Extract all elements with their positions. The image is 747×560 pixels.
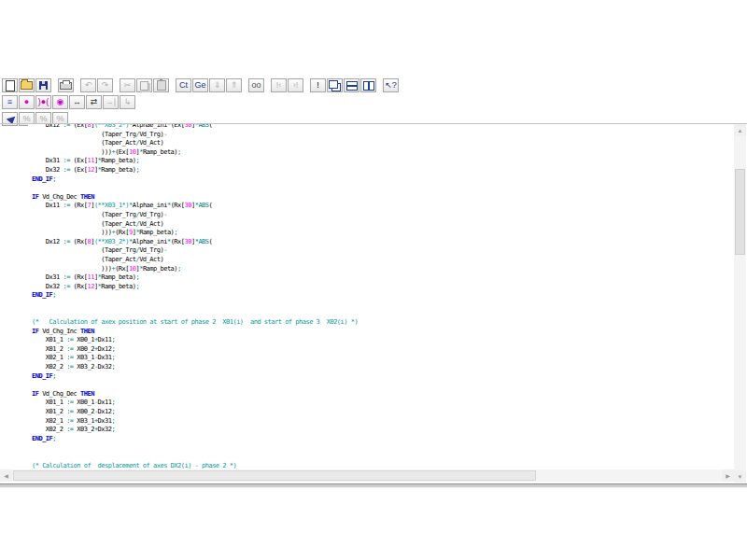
code-line: END_IF;	[32, 435, 733, 444]
split-vertical-button[interactable]	[360, 78, 376, 92]
code-line: X02_2 := X03_2+Dx32;	[32, 426, 733, 435]
copy-pages-icon	[140, 81, 148, 91]
code-line: X02_1 := X03_1+Dx31;	[32, 417, 733, 427]
percent-icon: %	[56, 115, 63, 123]
split-horizontal-button[interactable]	[344, 78, 359, 92]
code-line: X01_1 := X00_1+Dx11;	[32, 336, 733, 345]
code-line: (Taper_Trg/Vd_Trg)-	[32, 246, 733, 256]
vertical-scroll-thumb[interactable]	[735, 169, 745, 255]
pane-bottom-divider	[0, 483, 747, 488]
toolbar-area: ↶↷✂CtGe⇓⇑oo!‹›!!↖? ≡●)●(◉↔⇄→|↳ %%%	[2, 77, 400, 128]
code-line: END_IF;	[32, 372, 733, 382]
code-line: (* Calculation of desplacement of axes D…	[32, 462, 733, 469]
list-lines-icon: ≡	[7, 98, 12, 106]
open-file-button[interactable]	[19, 78, 35, 92]
cut-button: ✂	[120, 78, 135, 92]
undo-arrow-icon: ↶	[85, 81, 92, 90]
code-line: IF Vd_Chg_Inc THEN	[32, 328, 733, 337]
code-line: X01_2 := X00_2+Dx12;	[32, 345, 733, 355]
code-line: (Taper_Act/Vd_Act)	[32, 139, 733, 148]
vertical-scrollbar[interactable]: ▲ ▼	[734, 124, 746, 483]
find-button[interactable]: oo	[248, 78, 264, 92]
code-line: Dx32 := (Ex[12]*Ramp_beta);	[32, 166, 733, 175]
code-line: (* Calculation of axex position at start…	[32, 318, 733, 328]
clipboard-icon	[157, 80, 166, 91]
code-line: Dx12 := (Ex[8](**X03_2*)*Alphae_ini*(Ex[…	[32, 124, 733, 131]
declarations-list-button[interactable]: ≡	[2, 95, 18, 109]
toolbar-row-standard: ↶↷✂CtGe⇓⇑oo!‹›!!↖?	[2, 77, 400, 93]
context-help-button[interactable]: ↖?	[383, 78, 399, 92]
circle-arrows-icon: ◉	[57, 98, 64, 106]
swap-arrows-icon: ⇄	[91, 98, 98, 106]
horizontal-scrollbar[interactable]: ◀ ▶	[0, 469, 734, 482]
scroll-down-arrow-icon[interactable]: ▼	[734, 470, 746, 483]
next-error-icon: ›!	[293, 81, 299, 90]
code-line	[32, 381, 733, 390]
code-line	[32, 453, 733, 462]
corner-arrow-icon: ↳	[124, 98, 132, 106]
compile-icon: Ct	[179, 81, 188, 90]
open-folder-icon	[21, 81, 33, 90]
percent-icon: %	[39, 115, 47, 123]
run-to-point-button[interactable]: )●(	[35, 95, 51, 109]
code-line	[32, 443, 733, 453]
next-error-button: ›!	[288, 78, 303, 92]
scroll-up-arrow-icon[interactable]: ▲	[734, 124, 746, 136]
code-editor[interactable]: Dx12 := (Ex[8](**X03_2*)*Alphae_ini*(Ex[…	[28, 124, 733, 469]
percent-icon: %	[22, 115, 30, 123]
scroll-right-arrow-icon[interactable]: ▶	[722, 469, 734, 482]
scissors-icon: ✂	[124, 81, 132, 90]
undo-button: ↶	[80, 78, 96, 92]
left-right-arrow-icon: ↔	[73, 98, 81, 106]
cascade-windows-icon	[331, 83, 341, 91]
help-pointer-icon: ↖?	[385, 81, 397, 90]
code-line: Dx31 := (Ex[11]*Ramp_beta);	[32, 157, 733, 166]
breakpoint-button[interactable]: ●	[19, 95, 35, 109]
compile-button[interactable]: Ct	[176, 78, 191, 92]
code-line	[32, 309, 733, 318]
upload-button: ⇑	[226, 78, 242, 92]
toolbar-row-debug: ≡●)●(◉↔⇄→|↳	[2, 94, 400, 110]
arrow-to-bar-icon: →|	[106, 98, 116, 106]
code-line: (Taper_Trg/Vd_Trg)-	[32, 211, 733, 220]
new-file-button[interactable]	[2, 78, 18, 92]
upload-arrow-icon: ⇑	[231, 81, 238, 90]
magenta-circle-icon: ●	[24, 98, 29, 106]
generate-code-button[interactable]: Ge	[192, 78, 208, 92]
scroll-left-arrow-icon[interactable]: ◀	[0, 469, 12, 482]
code-text: Dx12 := (Ex[8](**X03_2*)*Alphae_ini*(Ex[…	[28, 124, 733, 469]
previous-error-button: !‹	[271, 78, 287, 92]
code-line: Dx12 := (Rx[8](**X03_2*)*Alphae_ini*(Rx[…	[32, 238, 733, 247]
redo-arrow-icon: ↷	[102, 81, 109, 90]
code-line: Dx32 := (Rx[12]*Ramp_beta);	[32, 283, 733, 292]
new-file-icon	[6, 80, 15, 91]
code-line: )))+(Rx[10]*Ramp_beta);	[32, 265, 733, 274]
cycle-point-button[interactable]: ◉	[52, 95, 68, 109]
code-line: END_IF;	[32, 175, 733, 185]
bracket-dot-icon: )●(	[38, 98, 49, 106]
code-line: (Taper_Trg/Vd_Trg)-	[32, 131, 733, 140]
code-line: )))+(Rx[9]*Ramp_beta);	[32, 229, 733, 238]
code-line: END_IF;	[32, 291, 733, 301]
print-button[interactable]	[58, 78, 74, 92]
code-line	[32, 301, 733, 310]
build-button[interactable]: !	[310, 78, 326, 92]
generate-icon: Ge	[194, 81, 205, 90]
save-button[interactable]	[35, 78, 51, 92]
code-line: Dx31 := (Rx[11]*Ramp_beta);	[32, 273, 733, 283]
code-line: Dx11 := (Rx[7](**X03_1*)*Alphae_ini*(Rx[…	[32, 202, 733, 211]
cascade-windows-button[interactable]	[327, 78, 343, 92]
code-line: IF Vd_Chg_Dec THEN	[32, 193, 733, 203]
code-line: )))+(Ex[10]*Ramp_beta);	[32, 148, 733, 158]
code-line	[32, 184, 733, 193]
prev-error-icon: !‹	[276, 81, 282, 90]
code-line: (Taper_Act/Vd_Act)	[32, 256, 733, 265]
sublevel-button: ↳	[120, 95, 135, 109]
binoculars-icon: oo	[251, 81, 261, 90]
code-line: X01_1 := X00_1-Dx11;	[32, 399, 733, 408]
exchange-button[interactable]: ⇄	[86, 95, 102, 109]
horizontal-scroll-thumb[interactable]	[13, 470, 536, 481]
code-line: IF Vd_Chg_Dec THEN	[32, 390, 733, 399]
paste-button	[153, 78, 169, 92]
horizontal-move-button[interactable]: ↔	[69, 95, 85, 109]
